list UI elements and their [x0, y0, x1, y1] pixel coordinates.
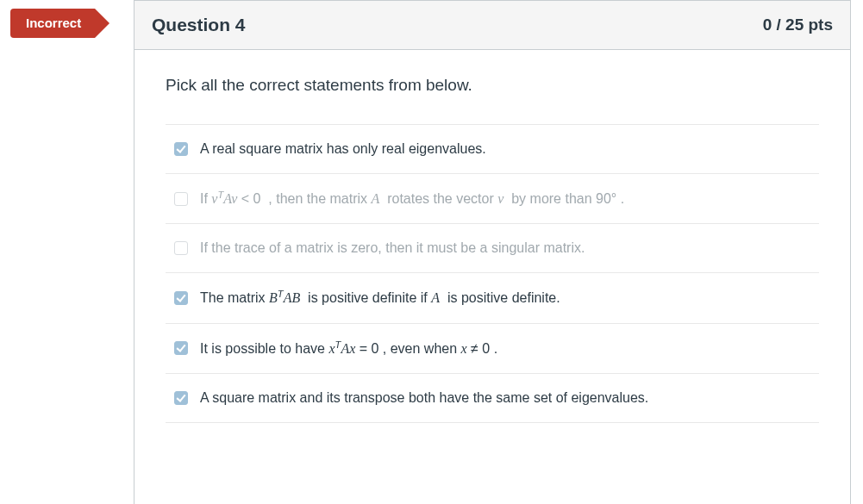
checkbox-icon: [174, 142, 188, 156]
answer-text: A square matrix and its transpose both h…: [200, 388, 810, 408]
quiz-question-container: Incorrect Question 4 0 / 25 pts Pick all…: [0, 0, 863, 504]
status-badge: Incorrect: [10, 9, 95, 38]
answer-text: The matrix BTAB is positive definite if …: [200, 287, 810, 308]
answer-text: If the trace of a matrix is zero, then i…: [200, 238, 810, 258]
question-points: 0 / 25 pts: [763, 16, 833, 34]
checkbox-icon: [174, 241, 188, 255]
answer-text: If vTAv < 0 , then the matrix A rotates …: [200, 188, 810, 209]
answer-option: The matrix BTAB is positive definite if …: [166, 273, 819, 323]
answer-option: If vTAv < 0 , then the matrix A rotates …: [166, 174, 819, 224]
question-card: Question 4 0 / 25 pts Pick all the corre…: [134, 0, 851, 504]
checkbox-icon: [174, 341, 188, 355]
left-gutter: Incorrect: [0, 0, 134, 504]
answer-option: A square matrix and its transpose both h…: [166, 374, 819, 423]
question-header: Question 4 0 / 25 pts: [134, 1, 850, 50]
question-title: Question 4: [152, 15, 246, 35]
answer-option: A real square matrix has only real eigen…: [166, 125, 819, 174]
question-body: Pick all the correct statements from bel…: [134, 50, 850, 432]
answer-text: It is possible to have xTAx = 0 , even w…: [200, 338, 810, 359]
answer-option: If the trace of a matrix is zero, then i…: [166, 224, 819, 273]
checkbox-icon: [174, 192, 188, 206]
answer-option: It is possible to have xTAx = 0 , even w…: [166, 324, 819, 374]
checkbox-icon: [174, 291, 188, 305]
answer-list: A real square matrix has only real eigen…: [166, 124, 819, 423]
answer-text: A real square matrix has only real eigen…: [200, 139, 810, 159]
checkbox-icon: [174, 391, 188, 405]
question-prompt: Pick all the correct statements from bel…: [166, 76, 819, 95]
